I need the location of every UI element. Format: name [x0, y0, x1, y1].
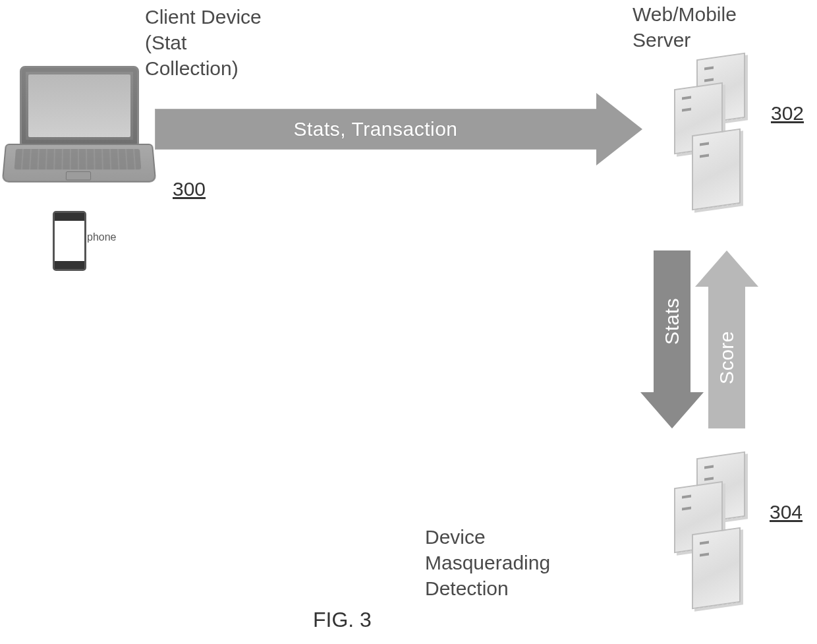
diagram-stage: Client Device (Stat Collection) Web/Mobi… [0, 0, 817, 644]
server-302-icon [656, 56, 768, 214]
laptop-icon [5, 66, 150, 191]
arrow-score-up-label: Score [716, 331, 738, 384]
arrow-stats-down: Stats [649, 250, 695, 428]
ref-300: 300 [173, 178, 206, 200]
arrow-stats-down-label: Stats [661, 298, 683, 345]
arrow-stats-transaction: Stats, Transaction [155, 105, 642, 153]
phone-label: phone [87, 231, 117, 245]
server-304-icon [656, 455, 768, 613]
figure-caption: FIG. 3 [313, 608, 372, 632]
arrow-score-up: Score [704, 250, 750, 428]
phone-icon [53, 211, 86, 271]
client-device-label: Client Device (Stat Collection) [145, 4, 262, 81]
arrow-stats-transaction-label: Stats, Transaction [155, 105, 596, 153]
detection-label: Device Masquerading Detection [425, 524, 550, 601]
web-server-label: Web/Mobile Server [633, 1, 737, 53]
ref-302: 302 [771, 102, 804, 125]
ref-304: 304 [770, 501, 803, 523]
